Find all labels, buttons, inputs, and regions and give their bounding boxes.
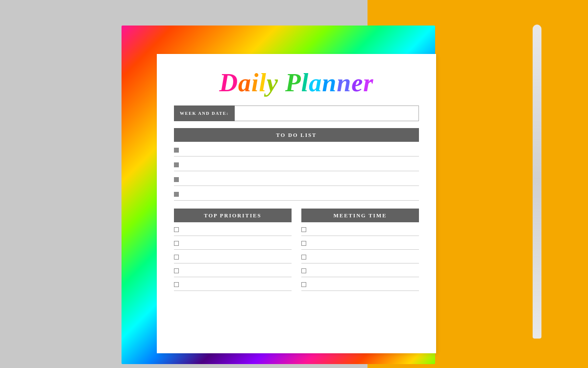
meeting-time-section: MEETING TIME bbox=[301, 209, 419, 291]
top-priorities-header: TOP PRIORITIES bbox=[174, 209, 292, 222]
todo-list-section: TO DO LIST bbox=[174, 128, 419, 201]
title-letter-n2: n bbox=[337, 69, 351, 97]
meeting-checkbox-4[interactable] bbox=[301, 268, 306, 273]
title-letter-l: l bbox=[259, 69, 267, 97]
title-letter-l2: l bbox=[301, 69, 309, 97]
title-letter-n1: n bbox=[322, 69, 337, 97]
todo-checkbox-2[interactable] bbox=[174, 162, 179, 167]
todo-checkbox-3[interactable] bbox=[174, 177, 179, 182]
title-letter-y: y bbox=[267, 69, 278, 97]
week-date-field[interactable] bbox=[235, 105, 419, 121]
title-letter-a1: a bbox=[238, 69, 251, 97]
title-letter-r: r bbox=[363, 69, 373, 97]
meeting-checkbox-1[interactable] bbox=[301, 227, 306, 232]
priority-item-2 bbox=[174, 236, 292, 250]
todo-checkbox-4[interactable] bbox=[174, 192, 179, 197]
priority-item-3 bbox=[174, 250, 292, 263]
meeting-item-5 bbox=[301, 277, 419, 291]
priority-checkbox-4[interactable] bbox=[174, 268, 179, 273]
title-letter-D: D bbox=[220, 69, 239, 97]
priority-checkbox-1[interactable] bbox=[174, 227, 179, 232]
title-letter-i: i bbox=[251, 69, 259, 97]
meeting-item-1 bbox=[301, 222, 419, 236]
title-letter-P: P bbox=[285, 69, 301, 97]
meeting-item-3 bbox=[301, 250, 419, 263]
week-date-label: WEEK AND DATE: bbox=[174, 105, 235, 121]
meeting-checkbox-2[interactable] bbox=[301, 241, 306, 246]
two-column-section: TOP PRIORITIES MEETING TI bbox=[174, 209, 419, 291]
top-priorities-section: TOP PRIORITIES bbox=[174, 209, 292, 291]
week-date-row: WEEK AND DATE: bbox=[174, 105, 419, 121]
todo-item bbox=[174, 157, 419, 171]
title-letter-e: e bbox=[351, 69, 363, 97]
planner-paper: Daily Planner WEEK AND DATE: TO DO LIST bbox=[157, 54, 436, 353]
todo-item bbox=[174, 186, 419, 201]
todo-checkbox-1[interactable] bbox=[174, 148, 179, 153]
priority-checkbox-3[interactable] bbox=[174, 255, 179, 260]
priority-item-4 bbox=[174, 263, 292, 277]
meeting-checkbox-5[interactable] bbox=[301, 282, 306, 287]
priority-item-5 bbox=[174, 277, 292, 291]
meeting-checkbox-3[interactable] bbox=[301, 255, 306, 260]
title-letter-a2: a bbox=[309, 69, 322, 97]
meeting-item-2 bbox=[301, 236, 419, 250]
planner-title: Daily Planner bbox=[174, 64, 419, 97]
todo-item bbox=[174, 171, 419, 186]
todo-list-header: TO DO LIST bbox=[174, 128, 419, 142]
meeting-time-header: MEETING TIME bbox=[301, 209, 419, 222]
pencil-decoration bbox=[533, 25, 541, 339]
meeting-item-4 bbox=[301, 263, 419, 277]
priority-item-1 bbox=[174, 222, 292, 236]
priority-checkbox-2[interactable] bbox=[174, 241, 179, 246]
priority-checkbox-5[interactable] bbox=[174, 282, 179, 287]
todo-item bbox=[174, 142, 419, 157]
